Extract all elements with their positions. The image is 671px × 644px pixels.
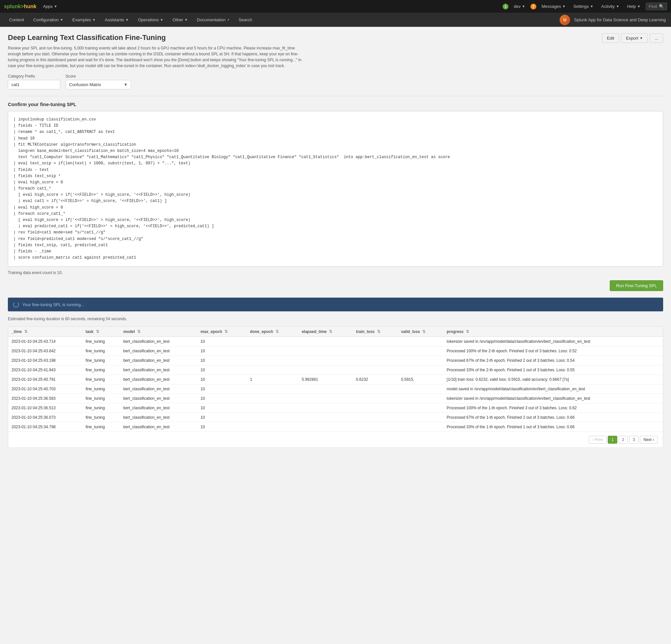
- table-row: 2023-01-10 04:25:34.798fine_tuningbert_c…: [8, 422, 663, 432]
- loading-spinner-icon: [13, 301, 19, 307]
- spl-section-title: Confirm your fine-tuning SPL: [8, 102, 663, 107]
- top-nav-right: 1 dev ▼ 7 Messages ▼ Settings ▼ Activity…: [503, 3, 667, 10]
- header-actions: Edit Export ▼ ...: [602, 34, 663, 43]
- help-menu[interactable]: Help ▼: [624, 3, 643, 10]
- table-row: 2023-01-10 04:25:41.943fine_tuningbert_c…: [8, 365, 663, 375]
- table-header: _time ⇅ task ⇅ model ⇅ max_epoch ⇅ done_…: [8, 327, 663, 337]
- help-label: Help: [627, 4, 636, 9]
- form-row: Category Prefix Score Confusion Matrix O…: [8, 74, 663, 89]
- nav-operations[interactable]: Operations ▼: [134, 15, 167, 24]
- sort-icon-maxepoch: ⇅: [225, 330, 228, 334]
- duration-info: Estimated fine-tuning duration is 60 sec…: [8, 317, 663, 321]
- find-label: Find: [649, 4, 657, 9]
- category-prefix-group: Category Prefix: [8, 74, 60, 89]
- table-row: 2023-01-10 04:25:43.714fine_tuningbert_c…: [8, 337, 663, 346]
- divider-1: [8, 96, 663, 96]
- nav-assistants[interactable]: Assistants ▼: [101, 15, 133, 24]
- category-prefix-input[interactable]: [8, 80, 60, 89]
- nav-other[interactable]: Other ▼: [168, 15, 191, 24]
- training-info: Training data event count is 10.: [8, 270, 663, 275]
- data-table-wrapper: _time ⇅ task ⇅ model ⇅ max_epoch ⇅ done_…: [8, 326, 663, 448]
- spl-code-box: | inputlookup classification_en.csv | fi…: [8, 111, 663, 267]
- dev-menu[interactable]: dev ▼: [511, 3, 528, 10]
- pagination: ‹ Prev 1 2 3 Next ›: [8, 432, 663, 448]
- page-title: Deep Learning Text Classification Fine-T…: [8, 34, 303, 42]
- col-valid-loss[interactable]: valid_loss ⇅: [398, 327, 443, 337]
- other-chevron-icon: ▼: [185, 18, 188, 22]
- sort-icon-trainloss: ⇅: [377, 330, 380, 334]
- run-finetuning-button[interactable]: Run Fine-Tuning SPL: [610, 280, 663, 291]
- page-1-button[interactable]: 1: [608, 436, 617, 443]
- table-row: 2023-01-10 04:25:40.703fine_tuningbert_c…: [8, 384, 663, 394]
- nav-content[interactable]: Content: [5, 15, 28, 24]
- next-page-button[interactable]: Next ›: [640, 436, 658, 443]
- help-chevron-icon: ▼: [637, 4, 641, 8]
- export-chevron-icon: ▼: [640, 36, 643, 40]
- messages-menu[interactable]: Messages ▼: [539, 3, 568, 10]
- avatar: U: [560, 15, 570, 25]
- settings-menu[interactable]: Settings ▼: [571, 3, 596, 10]
- col-train-loss[interactable]: train_loss ⇅: [353, 327, 398, 337]
- examples-chevron-icon: ▼: [92, 18, 96, 22]
- nav-examples[interactable]: Examples ▼: [68, 15, 100, 24]
- messages-badge: 7: [530, 4, 536, 10]
- results-table: _time ⇅ task ⇅ model ⇅ max_epoch ⇅ done_…: [8, 327, 663, 432]
- col-progress[interactable]: progress ⇅: [443, 327, 663, 337]
- apps-chevron-icon: ▼: [54, 4, 57, 8]
- external-link-icon: ↗: [227, 18, 229, 22]
- score-select[interactable]: Confusion Matrix Option 2 Option 3: [65, 80, 131, 89]
- sort-icon-model: ⇅: [137, 330, 141, 334]
- spl-section: Confirm your fine-tuning SPL | inputlook…: [8, 102, 663, 291]
- activity-menu[interactable]: Activity ▼: [598, 3, 622, 10]
- col-elapsed-time[interactable]: elapsed_time ⇅: [299, 327, 353, 337]
- score-group: Score Confusion Matrix Option 2 Option 3…: [65, 74, 131, 89]
- sec-nav-right: U Splunk App for Data Science and Deep L…: [560, 15, 666, 25]
- top-navigation: splunk>hunk Apps ▼ 1 dev ▼ 7 Messages ▼ …: [0, 0, 671, 13]
- sort-icon-doneepoch: ⇅: [276, 330, 279, 334]
- app-name: Splunk App for Data Science and Deep Lea…: [574, 17, 666, 22]
- score-select-wrapper: Confusion Matrix Option 2 Option 3 ▼: [65, 80, 131, 89]
- running-status-banner: Your fine-tuning SPL is running...: [8, 298, 663, 311]
- col-done-epoch[interactable]: done_epoch ⇅: [247, 327, 299, 337]
- running-status-text: Your fine-tuning SPL is running...: [22, 302, 84, 307]
- category-prefix-label: Category Prefix: [8, 74, 60, 79]
- operations-chevron-icon: ▼: [160, 18, 164, 22]
- more-button[interactable]: ...: [650, 34, 663, 43]
- page-2-button[interactable]: 2: [619, 436, 628, 443]
- score-label: Score: [65, 74, 131, 79]
- main-content: Deep Learning Text Classification Fine-T…: [0, 27, 671, 644]
- config-chevron-icon: ▼: [60, 18, 63, 22]
- edit-button[interactable]: Edit: [602, 34, 619, 43]
- col-time[interactable]: _time ⇅: [8, 327, 82, 337]
- table-row: 2023-01-10 04:25:40.791fine_tuningbert_c…: [8, 375, 663, 384]
- secondary-navigation: Content Configuration ▼ Examples ▼ Assis…: [0, 13, 671, 27]
- sort-icon-elapsed: ⇅: [329, 330, 332, 334]
- messages-label: Messages: [542, 4, 561, 9]
- table-row: 2023-01-10 04:25:36.583fine_tuningbert_c…: [8, 394, 663, 403]
- sort-icon-validloss: ⇅: [422, 330, 426, 334]
- settings-label: Settings: [573, 4, 589, 9]
- nav-search[interactable]: Search: [235, 15, 256, 24]
- activity-label: Activity: [601, 4, 615, 9]
- settings-chevron-icon: ▼: [590, 4, 593, 8]
- apps-label: Apps: [43, 4, 53, 9]
- apps-menu[interactable]: Apps ▼: [40, 3, 60, 10]
- col-max-epoch[interactable]: max_epoch ⇅: [197, 327, 247, 337]
- sort-icon-progress: ⇅: [466, 330, 469, 334]
- dev-badge: 1: [503, 4, 508, 10]
- nav-configuration[interactable]: Configuration ▼: [29, 15, 67, 24]
- table-row: 2023-01-10 04:25:43.198fine_tuningbert_c…: [8, 356, 663, 365]
- search-icon: 🔍: [659, 4, 664, 9]
- page-3-button[interactable]: 3: [629, 436, 638, 443]
- col-task[interactable]: task ⇅: [82, 327, 120, 337]
- export-button[interactable]: Export ▼: [621, 34, 648, 43]
- nav-documentation[interactable]: Documentation ↗: [193, 15, 233, 24]
- page-description: Review your SPL and run fine-tuning. 5,0…: [8, 45, 303, 69]
- splunk-logo: splunk>hunk: [4, 4, 36, 10]
- page-header: Deep Learning Text Classification Fine-T…: [8, 34, 663, 69]
- prev-page-button[interactable]: ‹ Prev: [589, 436, 606, 443]
- dev-chevron-icon: ▼: [522, 4, 525, 8]
- col-model[interactable]: model ⇅: [120, 327, 197, 337]
- sort-icon-time: ⇅: [24, 330, 27, 334]
- table-body: 2023-01-10 04:25:43.714fine_tuningbert_c…: [8, 337, 663, 432]
